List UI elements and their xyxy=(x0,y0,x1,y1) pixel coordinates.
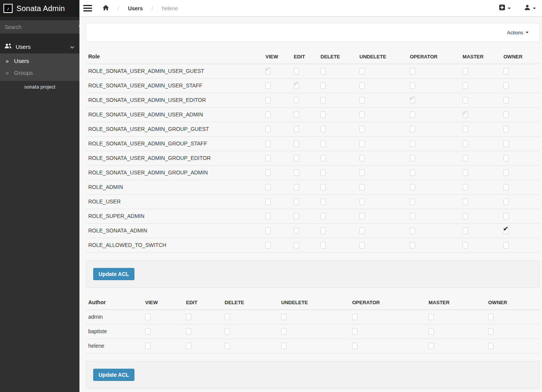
acl-checkbox-master[interactable] xyxy=(429,328,434,335)
acl-checkbox-operator[interactable] xyxy=(352,314,358,320)
search-input[interactable] xyxy=(0,20,78,34)
acl-checkbox-view[interactable] xyxy=(265,82,271,89)
acl-checkbox-delete[interactable] xyxy=(320,227,326,234)
hamburger-menu-icon[interactable] xyxy=(83,5,92,11)
acl-checkbox-edit[interactable] xyxy=(294,198,299,205)
acl-checkbox-undelete[interactable] xyxy=(359,184,365,190)
acl-checkbox-view[interactable] xyxy=(265,184,271,190)
acl-checkbox-owner[interactable] xyxy=(503,140,509,147)
acl-checkbox-undelete[interactable] xyxy=(359,97,365,103)
acl-checkbox-view[interactable] xyxy=(145,328,150,335)
acl-checkbox-operator[interactable] xyxy=(410,169,415,176)
acl-checkbox-master[interactable] xyxy=(463,97,468,103)
acl-checkbox-delete[interactable] xyxy=(320,184,326,190)
acl-checkbox-operator[interactable] xyxy=(410,82,415,89)
acl-checkbox-edit[interactable] xyxy=(186,343,191,349)
acl-checkbox-operator[interactable] xyxy=(410,242,415,248)
acl-checkbox-view[interactable] xyxy=(265,111,271,118)
acl-checkbox-owner[interactable] xyxy=(503,198,509,205)
acl-checkbox-edit[interactable] xyxy=(294,227,299,234)
acl-checkbox-owner[interactable] xyxy=(503,184,509,190)
acl-checkbox-master[interactable] xyxy=(463,126,468,132)
acl-checkbox-delete[interactable] xyxy=(320,126,326,132)
acl-checkbox-operator[interactable] xyxy=(352,343,358,349)
acl-checkbox-edit[interactable] xyxy=(294,140,299,147)
acl-checkbox-view[interactable] xyxy=(145,314,150,320)
acl-checkbox-undelete[interactable] xyxy=(359,82,365,89)
acl-checkbox-owner[interactable] xyxy=(503,68,509,74)
acl-checkbox-delete[interactable] xyxy=(320,155,326,161)
acl-checkbox-operator[interactable] xyxy=(410,140,415,147)
acl-checkbox-edit[interactable] xyxy=(186,314,191,320)
update-acl-button[interactable]: Update ACL xyxy=(93,268,134,280)
acl-checkbox-delete[interactable] xyxy=(320,140,326,147)
acl-checkbox-owner[interactable] xyxy=(503,111,509,118)
acl-checkbox-edit[interactable] xyxy=(186,328,191,335)
acl-checkbox-operator[interactable] xyxy=(410,198,415,205)
acl-checkbox-operator[interactable] xyxy=(410,68,415,74)
sidebar-item-groups[interactable]: » Groups xyxy=(0,67,79,79)
acl-checkbox-view[interactable] xyxy=(265,140,271,147)
acl-checkbox-edit[interactable] xyxy=(294,111,299,118)
acl-checkbox-operator[interactable] xyxy=(352,328,358,335)
user-dropdown[interactable] xyxy=(524,5,536,12)
acl-checkbox-undelete[interactable] xyxy=(359,198,365,205)
acl-checkbox-edit[interactable] xyxy=(294,97,299,103)
acl-checkbox-master[interactable] xyxy=(429,343,434,349)
acl-checkbox-undelete[interactable] xyxy=(359,169,365,176)
acl-checkbox-owner[interactable] xyxy=(503,242,509,248)
home-icon[interactable] xyxy=(103,5,109,11)
acl-checkbox-master[interactable] xyxy=(463,227,468,234)
acl-checkbox-edit[interactable] xyxy=(294,184,299,190)
acl-checkbox-delete[interactable] xyxy=(225,328,230,335)
acl-checkbox-master[interactable] xyxy=(463,242,468,248)
acl-checkbox-delete[interactable] xyxy=(225,314,230,320)
acl-checkbox-view[interactable] xyxy=(265,169,271,176)
breadcrumb-link-users[interactable]: Users xyxy=(128,5,143,11)
acl-checkbox-master[interactable] xyxy=(463,68,468,74)
acl-checkbox-operator[interactable] xyxy=(410,155,415,161)
acl-checkbox-undelete[interactable] xyxy=(359,242,365,248)
acl-checkbox-owner[interactable] xyxy=(503,213,509,219)
acl-checkbox-undelete[interactable] xyxy=(359,140,365,147)
acl-checkbox-undelete[interactable] xyxy=(359,213,365,219)
acl-checkbox-undelete[interactable] xyxy=(359,155,365,161)
acl-checkbox-undelete[interactable] xyxy=(359,111,365,118)
acl-checkbox-owner[interactable] xyxy=(503,82,509,89)
acl-checkbox-edit[interactable] xyxy=(294,155,299,161)
acl-checkbox-view[interactable] xyxy=(145,343,150,349)
acl-checkbox-view[interactable] xyxy=(265,213,271,219)
acl-checkbox-master[interactable] xyxy=(463,82,468,89)
acl-checkbox-master[interactable] xyxy=(463,213,468,219)
acl-checkbox-delete[interactable] xyxy=(225,343,230,349)
acl-checkbox-delete[interactable] xyxy=(320,111,326,118)
acl-checkbox-delete[interactable] xyxy=(320,169,326,176)
acl-checkbox-operator[interactable] xyxy=(410,213,415,219)
acl-checkbox-delete[interactable] xyxy=(320,213,326,219)
acl-checkbox-undelete[interactable] xyxy=(281,343,286,349)
acl-checkbox-edit[interactable] xyxy=(294,213,299,219)
acl-checkbox-owner[interactable] xyxy=(503,126,509,132)
acl-checkbox-operator[interactable] xyxy=(410,111,415,118)
add-dropdown[interactable] xyxy=(499,5,511,12)
acl-checkbox-view[interactable] xyxy=(265,155,271,161)
acl-checkbox-undelete[interactable] xyxy=(359,227,365,234)
acl-checkbox-owner[interactable] xyxy=(503,97,509,103)
sidebar-item-users[interactable]: » Users xyxy=(0,55,79,67)
acl-checkbox-undelete[interactable] xyxy=(281,328,286,335)
acl-checkbox-delete[interactable] xyxy=(320,68,326,74)
acl-checkbox-master[interactable] xyxy=(463,140,468,147)
acl-checkbox-master[interactable] xyxy=(463,155,468,161)
sidebar-item-users-group[interactable]: Users xyxy=(0,40,79,53)
acl-checkbox-view[interactable] xyxy=(265,227,271,234)
update-acl-button[interactable]: Update ACL xyxy=(93,369,134,381)
acl-checkbox-master[interactable] xyxy=(429,314,434,320)
actions-dropdown[interactable]: Actions xyxy=(507,30,529,35)
acl-checkbox-undelete[interactable] xyxy=(359,68,365,74)
acl-checkbox-owner[interactable] xyxy=(503,227,509,234)
acl-checkbox-delete[interactable] xyxy=(320,198,326,205)
acl-checkbox-master[interactable] xyxy=(463,184,468,190)
acl-checkbox-undelete[interactable] xyxy=(359,126,365,132)
acl-checkbox-view[interactable] xyxy=(265,198,271,205)
acl-checkbox-operator[interactable] xyxy=(410,126,415,132)
